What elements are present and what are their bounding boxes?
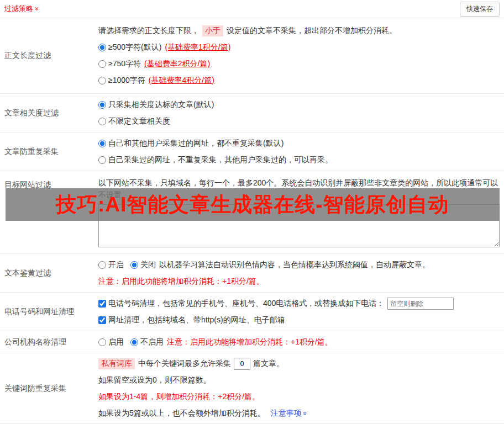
desc-text-before: 请选择需求的正文长度下限，	[98, 26, 199, 36]
radio-option-dedup-self-only[interactable]: 自己采集过的网址，不重复采集，其他用户采集过的，可以再采。	[98, 152, 500, 168]
radio-relevance-match[interactable]	[98, 101, 106, 109]
checkbox-option-url-clean[interactable]: 网址清理，包括纯域名、带http(s)的网址、电子邮箱	[98, 312, 500, 328]
keyword-note-cost: 如果设为1-4篇，则增加积分消耗：+2积分/篇。	[98, 389, 500, 405]
radio-750-chars[interactable]	[98, 60, 106, 68]
label-target-site-filter: 目标网站过滤	[0, 171, 98, 253]
option-label: ≥500字符(默认)	[108, 43, 161, 52]
radio-company-off[interactable]	[130, 338, 138, 346]
row-relevance-filter: 文章相关度过滤 只采集相关度达标的文章(默认) 不限定文章相关度	[0, 94, 504, 132]
label-phone-url-clean: 电话号码和网址清理	[0, 293, 98, 331]
porn-filter-content: 开启 关闭 以机器学习算法自动识别色情内容，当色情概率达到系统阈值，自动屏蔽文章…	[98, 254, 504, 292]
porn-filter-cost-note: 注意：启用此功能将增加积分消耗：+1积分/篇。	[98, 273, 500, 290]
radio-option-relevance-match[interactable]: 只采集相关度达标的文章(默认)	[98, 97, 500, 113]
checkbox-url-clean[interactable]	[98, 316, 106, 324]
label-dedup-filter: 文章防重复采集	[0, 132, 98, 171]
porn-filter-desc: 以机器学习算法自动识别色情内容，当色情概率达到系统阈值，自动屏蔽文章。	[159, 260, 430, 270]
option-label: 关闭	[140, 260, 156, 270]
excluded-sites-textarea[interactable]	[98, 204, 500, 247]
option-label: 网址清理，包括纯域名、带http(s)的网址、电子邮箱	[108, 315, 285, 325]
label-relevance-filter: 文章相关度过滤	[0, 94, 98, 132]
notice-link[interactable]: 注意事项 «	[271, 409, 307, 418]
replacement-phone-input[interactable]	[387, 298, 454, 310]
length-filter-desc: 请选择需求的正文长度下限， 小于 设定值的文章不采集，超出部分不增加积分消耗。	[98, 23, 500, 39]
header-bar: 过滤策略 « 快速保存	[0, 0, 504, 18]
option-label: ≥1000字符	[108, 76, 145, 86]
target-site-desc: 以下网站不采集，只填域名，每行一个，最多200个。系统会自动识别并屏蔽那些非文章…	[98, 177, 500, 201]
highlight-private-lexicon: 私有词库	[98, 358, 135, 369]
radio-option-company-on[interactable]: 启用	[98, 337, 124, 347]
radio-option-1000-chars[interactable]: ≥1000字符 (基础费率4积分/篇)	[98, 72, 500, 89]
checkbox-option-phone-clean[interactable]: 电话号码清理，包括常见的手机号、座机号、400电话格式，或替换成如下电话：	[98, 299, 384, 309]
radio-relevance-any[interactable]	[98, 118, 106, 125]
radio-option-relevance-any[interactable]: 不限定文章相关度	[98, 113, 500, 130]
row-phone-url-clean: 电话号码和网址清理 电话号码清理，包括常见的手机号、座机号、400电话格式，或替…	[0, 293, 504, 331]
fee-note: (基础费率2积分/篇)	[144, 59, 210, 69]
keyword-limit-line: 私有词库 中每个关键词最多允许采集 篇文章。	[98, 356, 500, 372]
label-company-clean: 公司机构名称清理	[0, 331, 98, 353]
notice-link-text: 注意事项	[271, 409, 302, 418]
note-five-plus-text: 如果设为5篇或以上，也不会额外增加积分消耗。	[98, 409, 265, 418]
option-label: 只采集相关度达标的文章(默认)	[108, 100, 214, 110]
option-label: 不限定文章相关度	[108, 116, 170, 126]
section-title-toggle[interactable]: 过滤策略 «	[4, 4, 39, 14]
keyword-dedup-content: 私有词库 中每个关键词最多允许采集 篇文章。 如果留空或设为0，则不限篇数。 如…	[98, 353, 504, 423]
phone-url-clean-content: 电话号码清理，包括常见的手机号、座机号、400电话格式，或替换成如下电话： 网址…	[98, 293, 504, 331]
radio-option-porn-off[interactable]: 关闭	[130, 260, 156, 270]
porn-filter-options-line: 开启 关闭 以机器学习算法自动识别色情内容，当色情概率达到系统阈值，自动屏蔽文章…	[98, 257, 500, 273]
row-target-site-filter: 目标网站过滤 以下网站不采集，只填域名，每行一个，最多200个。系统会自动识别并…	[0, 171, 504, 254]
limit-text-mid: 中每个关键词最多允许采集	[138, 359, 231, 369]
max-articles-input[interactable]	[234, 358, 250, 370]
radio-dedup-self-only[interactable]	[98, 156, 106, 164]
target-site-content: 以下网站不采集，只填域名，每行一个，最多200个。系统会自动识别并屏蔽那些非文章…	[98, 171, 504, 253]
option-label: 启用	[108, 337, 124, 347]
company-clean-cost-note: 注意：启用此功能将增加积分消耗：+1积分/篇。	[167, 337, 333, 347]
chevron-down-icon: «	[33, 7, 40, 11]
row-length-filter: 正文长度过滤 请选择需求的正文长度下限， 小于 设定值的文章不采集，超出部分不增…	[0, 18, 504, 94]
page-title: 过滤策略	[4, 4, 33, 14]
radio-1000-chars[interactable]	[98, 77, 106, 84]
highlight-less-than: 小于	[202, 25, 223, 36]
company-clean-options-line: 启用 不启用 注意：启用此功能将增加积分消耗：+1积分/篇。	[98, 334, 500, 351]
label-porn-filter: 文本鉴黄过滤	[0, 254, 98, 292]
option-label: 电话号码清理，包括常见的手机号、座机号、400电话格式，或替换成如下电话：	[108, 299, 384, 309]
radio-dedup-all-users[interactable]	[98, 140, 106, 147]
row-company-clean: 公司机构名称清理 启用 不启用 注意：启用此功能将增加积分消耗：+1积分/篇。	[0, 331, 504, 353]
radio-porn-off[interactable]	[130, 261, 138, 269]
radio-option-company-off[interactable]: 不启用	[130, 337, 164, 347]
relevance-filter-content: 只采集相关度达标的文章(默认) 不限定文章相关度	[98, 94, 504, 132]
option-label: 开启	[108, 260, 124, 270]
option-label: 不启用	[140, 337, 164, 347]
radio-option-750-chars[interactable]: ≥750字符 (基础费率2积分/篇)	[98, 56, 500, 72]
keyword-note-unlimited: 如果留空或设为0，则不限篇数。	[98, 372, 500, 389]
keyword-note-five-plus-line: 如果设为5篇或以上，也不会额外增加积分消耗。 注意事项 «	[98, 405, 500, 422]
option-label: 自己和其他用户采集过的网址，都不重复采集(默认)	[108, 139, 284, 149]
radio-option-dedup-all-users[interactable]: 自己和其他用户采集过的网址，都不重复采集(默认)	[98, 135, 500, 152]
fee-note: (基础费率4积分/篇)	[149, 76, 214, 86]
option-label: ≥750字符	[108, 59, 141, 69]
label-length-filter: 正文长度过滤	[0, 18, 98, 93]
row-dedup-filter: 文章防重复采集 自己和其他用户采集过的网址，都不重复采集(默认) 自己采集过的网…	[0, 132, 504, 171]
radio-500-chars[interactable]	[98, 44, 106, 51]
fee-note: (基础费率1积分/篇)	[165, 43, 230, 52]
radio-option-500-chars[interactable]: ≥500字符(默认) (基础费率1积分/篇)	[98, 39, 500, 56]
radio-company-on[interactable]	[98, 338, 106, 346]
checkbox-phone-clean[interactable]	[98, 300, 106, 308]
row-keyword-dedup: 关键词防重复采集 私有词库 中每个关键词最多允许采集 篇文章。 如果留空或设为0…	[0, 353, 504, 424]
company-clean-content: 启用 不启用 注意：启用此功能将增加积分消耗：+1积分/篇。	[98, 331, 504, 353]
phone-clean-line: 电话号码清理，包括常见的手机号、座机号、400电话格式，或替换成如下电话：	[98, 295, 500, 312]
desc-text-after: 设定值的文章不采集，超出部分不增加积分消耗。	[227, 26, 397, 36]
limit-text-end: 篇文章。	[253, 359, 284, 369]
dedup-filter-content: 自己和其他用户采集过的网址，都不重复采集(默认) 自己采集过的网址，不重复采集，…	[98, 132, 504, 171]
length-filter-content: 请选择需求的正文长度下限， 小于 设定值的文章不采集，超出部分不增加积分消耗。 …	[98, 18, 504, 93]
radio-option-porn-on[interactable]: 开启	[98, 260, 124, 270]
quick-save-button[interactable]: 快速保存	[460, 2, 500, 17]
radio-porn-on[interactable]	[98, 261, 106, 269]
filter-strategy-page: 过滤策略 « 快速保存 正文长度过滤 请选择需求的正文长度下限， 小于 设定值的…	[0, 0, 504, 424]
chevron-down-icon: «	[301, 411, 308, 415]
label-keyword-dedup: 关键词防重复采集	[0, 353, 98, 423]
option-label: 自己采集过的网址，不重复采集，其他用户采集过的，可以再采。	[108, 155, 333, 165]
row-porn-filter: 文本鉴黄过滤 开启 关闭 以机器学习算法自动识别色情内容，当色情概率达到系统阈值…	[0, 254, 504, 293]
